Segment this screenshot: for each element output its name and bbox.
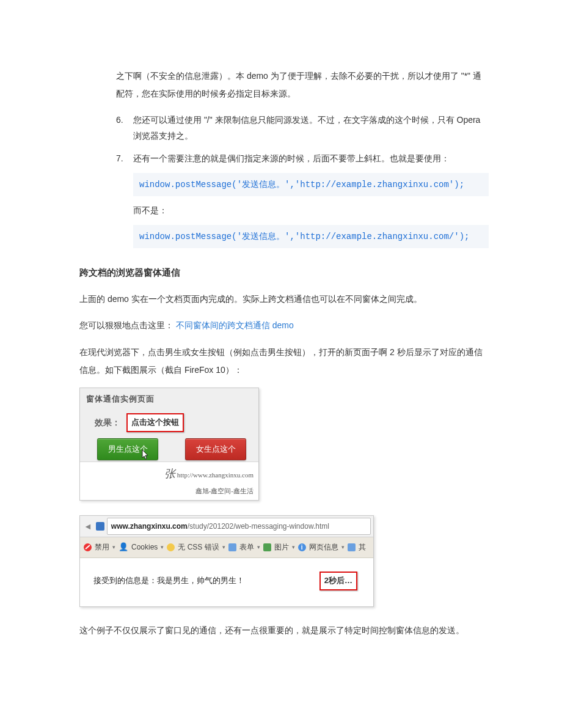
toolbar-css[interactable]: 无 CSS 错误	[178, 540, 219, 554]
chevron-down-icon: ▾	[292, 542, 295, 553]
paragraph: 在现代浏览器下，点击男生或女生按钮（例如点击男生按钮），打开的新页面子啊 2 秒…	[79, 344, 489, 380]
url-path: /study/201202/web-messaging-window.html	[188, 522, 329, 531]
cursor-icon	[140, 449, 150, 461]
list-text: 您还可以通过使用 "/" 来限制信息只能同源发送。不过，在文字落成的这个时候，只…	[133, 115, 480, 141]
toolbar-forms[interactable]: 表单	[239, 540, 254, 554]
received-message: 接受到的信息是：我是男生，帅气的男生！	[93, 573, 244, 589]
list-item-7: 7. 还有一个需要注意的就是偶们指定来源的时候，后面不要带上斜杠。也就是要使用：…	[116, 150, 489, 248]
watermark: 张 http://www.zhangxinxu.com 鑫旭-鑫空间-鑫生活	[80, 461, 258, 499]
list-text: 还有一个需要注意的就是偶们指定来源的时候，后面不要带上斜杠。也就是要使用：	[133, 153, 450, 163]
rather-than-text: 而不是：	[133, 202, 489, 219]
toolbar-images[interactable]: 图片	[274, 540, 289, 554]
info-icon: i	[298, 543, 306, 551]
watermark-url: http://www.zhangxinxu.com	[177, 471, 254, 479]
devtools-toolbar: 禁用▾ 👤 Cookies▾ 无 CSS 错误▾ 表单▾ 图片▾ i 网页信息▾…	[80, 537, 373, 558]
list-number: 7.	[116, 150, 123, 167]
effect-label: 效果：	[95, 414, 120, 431]
code-incorrect: window.postMessage('发送信息。','http://examp…	[133, 225, 489, 249]
url-input[interactable]: www.zhangxinxu.com/study/201202/web-mess…	[107, 518, 371, 535]
toolbar-disable[interactable]: 禁用	[95, 540, 109, 554]
girl-button[interactable]: 女生点这个	[185, 438, 246, 461]
code-correct: window.postMessage('发送信息。','http://examp…	[133, 173, 489, 197]
address-bar-row: ◄ www.zhangxinxu.com/study/201202/web-me…	[80, 516, 373, 538]
toolbar-cookies[interactable]: Cookies	[131, 540, 158, 554]
nav-back-icon[interactable]: ◄	[82, 518, 93, 535]
watermark-name: 张	[164, 468, 175, 480]
screenshot-browser-window: ◄ www.zhangxinxu.com/study/201202/web-me…	[79, 515, 374, 607]
chevron-down-icon: ▾	[222, 542, 225, 553]
callout-box: 2秒后…	[319, 572, 357, 590]
chevron-down-icon: ▾	[161, 542, 164, 553]
demo-link[interactable]: 不同窗体间的跨文档通信 demo	[176, 320, 294, 330]
callout-box: 点击这个按钮	[126, 413, 184, 432]
effect-row: 效果： 点击这个按钮	[80, 407, 258, 436]
link-prefix-text: 您可以狠狠地点击这里：	[79, 320, 173, 330]
watermark-sub: 鑫旭-鑫空间-鑫生活	[195, 487, 254, 495]
intro-continuation: 之下啊（不安全的信息泄露）。本 demo 为了便于理解，去除不必要的干扰，所以才…	[116, 67, 489, 103]
screenshot-demo-page: 窗体通信实例页面 效果： 点击这个按钮 男生点这个 女生点这个 张 http:/…	[79, 388, 259, 500]
chevron-down-icon: ▾	[257, 542, 260, 553]
page-content: 接受到的信息是：我是男生，帅气的男生！ 2秒后…	[80, 558, 373, 606]
forbid-icon	[84, 543, 92, 551]
chevron-down-icon: ▾	[112, 542, 115, 553]
list-number: 6.	[116, 112, 123, 128]
misc-icon	[348, 543, 356, 551]
section-heading: 跨文档的浏览器窗体通信	[79, 264, 489, 282]
paragraph-with-link: 您可以狠狠地点击这里： 不同窗体间的跨文档通信 demo	[79, 317, 489, 334]
window-title: 窗体通信实例页面	[80, 388, 258, 407]
image-icon	[263, 543, 271, 551]
favicon-icon	[96, 522, 104, 531]
url-domain: www.zhangxinxu.com	[111, 522, 188, 531]
button-row: 男生点这个 女生点这个	[80, 436, 258, 462]
toolbar-more[interactable]: 其	[359, 540, 366, 554]
document-page: 之下啊（不安全的信息泄露）。本 demo 为了便于理解，去除不必要的干扰，所以才…	[0, 0, 562, 685]
chevron-down-icon: ▾	[341, 542, 345, 553]
toolbar-pageinfo[interactable]: 网页信息	[309, 540, 338, 554]
form-icon	[228, 543, 236, 551]
closing-paragraph: 这个例子不仅仅展示了窗口见的通信，还有一点很重要的，就是展示了特定时间控制窗体信…	[79, 622, 489, 639]
person-icon: 👤	[119, 540, 128, 555]
paragraph: 上面的 demo 实在一个文档页面内完成的。实际上跨文档通信也可以在不同窗体之间…	[79, 290, 489, 308]
continued-list: 之下啊（不安全的信息泄露）。本 demo 为了便于理解，去除不必要的干扰，所以才…	[116, 67, 489, 248]
list-item-6: 6. 您还可以通过使用 "/" 来限制信息只能同源发送。不过，在文字落成的这个时…	[116, 112, 489, 144]
pencil-icon	[167, 543, 175, 551]
ordered-list: 6. 您还可以通过使用 "/" 来限制信息只能同源发送。不过，在文字落成的这个时…	[116, 112, 489, 249]
